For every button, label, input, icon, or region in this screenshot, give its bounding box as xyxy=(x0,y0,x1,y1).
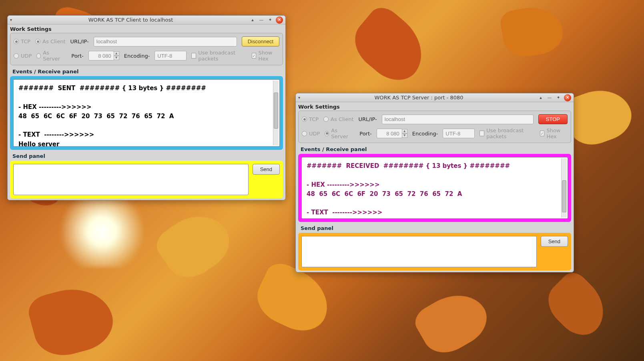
receive-panel: ####### SENT ######## { 13 bytes } #####… xyxy=(10,76,283,150)
broadcast-checkbox[interactable]: Use broadcast packets xyxy=(191,50,247,62)
titlebar[interactable]: ▾ WORK AS TCP Server : port - 8080 ▴ — ✦… xyxy=(296,93,574,102)
tcp-server-window: ▾ WORK AS TCP Server : port - 8080 ▴ — ✦… xyxy=(295,93,574,272)
work-settings-heading: Work Settings xyxy=(296,102,574,111)
send-textarea[interactable] xyxy=(13,164,249,195)
port-label: Port- xyxy=(71,53,83,59)
port-spinner[interactable]: ▲▼ xyxy=(114,51,119,60)
disconnect-button[interactable]: Disconnect xyxy=(242,36,279,46)
receive-log[interactable]: ####### SENT ######## { 13 bytes } #####… xyxy=(13,79,280,147)
stop-button[interactable]: STOP xyxy=(538,114,568,124)
send-heading: Send panel xyxy=(8,151,285,159)
work-settings-heading: Work Settings xyxy=(8,24,285,33)
port-input[interactable] xyxy=(377,129,402,138)
scrollbar[interactable] xyxy=(561,158,567,218)
port-spinner[interactable]: ▲▼ xyxy=(402,129,407,138)
send-button[interactable]: Send xyxy=(253,164,280,175)
send-panel: Send xyxy=(298,233,571,270)
radio-tcp[interactable]: TCP xyxy=(14,38,30,44)
minimize-button[interactable]: — xyxy=(546,95,553,101)
maximize-button[interactable]: ✦ xyxy=(555,95,562,101)
port-label: Port- xyxy=(359,131,371,137)
radio-as-client[interactable]: As Client xyxy=(35,38,65,44)
receive-log[interactable]: ####### RECEIVED ######## { 13 bytes } #… xyxy=(301,157,568,219)
close-button[interactable]: ✕ xyxy=(564,94,571,101)
radio-as-client[interactable]: As Client xyxy=(323,116,353,122)
receive-panel: ####### RECEIVED ######## { 13 bytes } #… xyxy=(298,154,571,222)
tcp-client-window: ▾ WORK AS TCP Client to localhost ▴ — ✦ … xyxy=(7,15,286,200)
events-heading: Events / Receive panel xyxy=(8,65,285,75)
url-input[interactable] xyxy=(94,37,237,46)
url-input[interactable] xyxy=(382,115,534,124)
window-title: WORK AS TCP Server : port - 8080 xyxy=(300,95,538,101)
url-label: URL/IP- xyxy=(359,116,377,122)
close-button[interactable]: ✕ xyxy=(276,16,283,24)
radio-as-server[interactable]: As Server xyxy=(36,50,63,62)
maximize-button[interactable]: ✦ xyxy=(267,17,273,23)
work-settings-panel: TCP As Client URL/IP- Disconnect UDP As … xyxy=(10,33,283,65)
encoding-input[interactable] xyxy=(443,129,475,138)
show-hex-checkbox[interactable]: ✓Show Hex xyxy=(252,50,279,62)
encoding-label: Encoding- xyxy=(124,53,150,59)
radio-tcp[interactable]: TCP xyxy=(302,116,319,122)
radio-as-server[interactable]: As Server xyxy=(325,127,351,139)
encoding-label: Encoding- xyxy=(412,131,438,137)
scrollbar[interactable] xyxy=(273,81,279,145)
send-panel: Send xyxy=(10,161,283,198)
events-heading: Events / Receive panel xyxy=(296,143,574,152)
rollup-button[interactable]: ▴ xyxy=(538,95,544,101)
show-hex-checkbox[interactable]: ✓Show Hex xyxy=(540,127,568,139)
titlebar[interactable]: ▾ WORK AS TCP Client to localhost ▴ — ✦ … xyxy=(8,16,285,24)
window-title: WORK AS TCP Client to localhost xyxy=(12,17,249,23)
port-input[interactable] xyxy=(88,51,114,61)
send-heading: Send panel xyxy=(296,224,574,231)
radio-udp[interactable]: UDP xyxy=(302,131,320,137)
broadcast-checkbox[interactable]: Use broadcast packets xyxy=(479,127,535,139)
send-button[interactable]: Send xyxy=(541,236,568,247)
minimize-button[interactable]: — xyxy=(258,17,265,23)
url-label: URL/IP- xyxy=(70,38,89,44)
rollup-button[interactable]: ▴ xyxy=(249,17,256,23)
send-textarea[interactable] xyxy=(301,236,537,267)
radio-udp[interactable]: UDP xyxy=(14,53,32,59)
encoding-input[interactable] xyxy=(154,51,187,61)
work-settings-panel: TCP As Client URL/IP- STOP UDP As Server… xyxy=(298,111,571,143)
